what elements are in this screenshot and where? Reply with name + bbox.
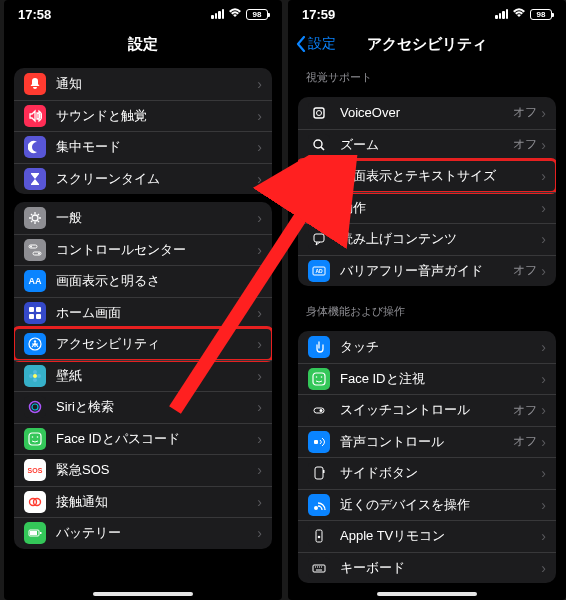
settings-row[interactable]: スイッチコントロールオフ›: [298, 394, 556, 426]
settings-row[interactable]: キーボード›: [298, 552, 556, 584]
settings-row[interactable]: 読み上げコンテンツ›: [298, 223, 556, 255]
section-header-physical: 身体機能および操作: [288, 294, 566, 323]
person-icon: [24, 333, 46, 355]
svg-point-29: [314, 140, 322, 148]
settings-list[interactable]: 通知›サウンドと触覚›集中モード›スクリーンタイム› 一般›コントロールセンター…: [4, 60, 282, 600]
settings-row[interactable]: ホーム画面›: [14, 297, 272, 329]
chevron-right-icon: ›: [541, 339, 546, 355]
chevron-right-icon: ›: [257, 399, 262, 415]
settings-row[interactable]: ADバリアフリー音声ガイドオフ›: [298, 255, 556, 287]
row-label: アクセシビリティ: [56, 335, 257, 353]
accessibility-list[interactable]: 視覚サポート VoiceOverオフ›ズームオフ›AA画面表示とテキストサイズ›…: [288, 60, 566, 600]
row-label: タッチ: [340, 338, 541, 356]
settings-row[interactable]: VoiceOverオフ›: [298, 97, 556, 129]
settings-row[interactable]: タッチ›: [298, 331, 556, 363]
chevron-right-icon: ›: [257, 525, 262, 541]
back-button[interactable]: 設定: [296, 35, 336, 53]
row-value: オフ: [513, 104, 537, 121]
side-icon: [308, 462, 330, 484]
settings-row[interactable]: 動作›: [298, 192, 556, 224]
aa-icon: AA: [24, 270, 46, 292]
settings-row[interactable]: SOS緊急SOS›: [14, 454, 272, 486]
svg-point-28: [317, 110, 322, 115]
face-icon: [308, 368, 330, 390]
chevron-right-icon: ›: [541, 371, 546, 387]
bell-icon: [24, 73, 46, 95]
row-label: Face IDと注視: [340, 370, 541, 388]
svg-rect-41: [314, 440, 318, 444]
phone-settings: 17:58 98 設定 通知›サウンドと触覚›集中モード›スクリーンタイム› 一…: [4, 0, 282, 600]
settings-row[interactable]: ズームオフ›: [298, 129, 556, 161]
svg-rect-6: [29, 307, 34, 312]
svg-point-46: [318, 536, 321, 539]
svg-point-32: [318, 206, 321, 209]
settings-row[interactable]: 接触通知›: [14, 486, 272, 518]
svg-point-18: [32, 404, 38, 410]
row-label: スイッチコントロール: [340, 401, 513, 419]
settings-row[interactable]: Apple TVリモコン›: [298, 520, 556, 552]
settings-row[interactable]: Face IDとパスコード›: [14, 423, 272, 455]
status-time: 17:58: [18, 7, 51, 22]
settings-row[interactable]: 近くのデバイスを操作›: [298, 489, 556, 521]
row-label: Face IDとパスコード: [56, 430, 257, 448]
settings-row[interactable]: AA画面表示とテキストサイズ›: [298, 160, 556, 192]
svg-point-0: [32, 215, 38, 221]
chevron-right-icon: ›: [257, 368, 262, 384]
chevron-right-icon: ›: [257, 431, 262, 447]
home-indicator[interactable]: [93, 592, 193, 596]
nearby-icon: [308, 494, 330, 516]
section-header-vision: 視覚サポート: [288, 60, 566, 89]
group-physical: タッチ›Face IDと注視›スイッチコントロールオフ›音声コントロールオフ›サ…: [298, 331, 556, 583]
flower-icon: [24, 365, 46, 387]
page-title: アクセシビリティ: [367, 35, 487, 54]
row-label: Apple TVリモコン: [340, 527, 541, 545]
nav-header: 設定 アクセシビリティ: [288, 28, 566, 60]
row-label: 一般: [56, 209, 257, 227]
row-label: 動作: [340, 199, 541, 217]
row-label: 通知: [56, 75, 257, 93]
svg-rect-7: [36, 307, 41, 312]
settings-row[interactable]: Face IDと注視›: [298, 363, 556, 395]
row-label: バリアフリー音声ガイド: [340, 262, 513, 280]
settings-row[interactable]: サイドボタン›: [298, 457, 556, 489]
gear-icon: [24, 207, 46, 229]
zoom-icon: [308, 134, 330, 156]
row-label: VoiceOver: [340, 105, 513, 120]
svg-rect-36: [313, 373, 325, 385]
svg-point-20: [32, 436, 34, 438]
row-label: 画面表示とテキストサイズ: [340, 167, 541, 185]
settings-row[interactable]: 通知›: [14, 68, 272, 100]
chevron-right-icon: ›: [257, 210, 262, 226]
row-label: サイドボタン: [340, 464, 541, 482]
svg-rect-47: [313, 565, 325, 572]
row-label: Siriと検索: [56, 398, 257, 416]
settings-row[interactable]: 一般›: [14, 202, 272, 234]
settings-row[interactable]: 音声コントロールオフ›: [298, 426, 556, 458]
svg-point-38: [321, 376, 323, 378]
settings-row[interactable]: アクセシビリティ›: [14, 328, 272, 360]
group-vision: VoiceOverオフ›ズームオフ›AA画面表示とテキストサイズ›動作›読み上げ…: [298, 97, 556, 286]
svg-point-44: [314, 506, 318, 510]
motion-icon: [308, 197, 330, 219]
settings-row[interactable]: サウンドと触覚›: [14, 100, 272, 132]
svg-point-12: [33, 374, 37, 378]
settings-row[interactable]: Siriと検索›: [14, 391, 272, 423]
settings-row[interactable]: 集中モード›: [14, 131, 272, 163]
svg-rect-9: [36, 314, 41, 319]
svg-rect-33: [314, 234, 324, 242]
row-label: 読み上げコンテンツ: [340, 230, 541, 248]
phone-accessibility: 17:59 98 設定 アクセシビリティ 視覚サポート VoiceOverオフ›…: [288, 0, 566, 600]
settings-row[interactable]: コントロールセンター›: [14, 234, 272, 266]
row-value: オフ: [513, 433, 537, 450]
settings-row[interactable]: バッテリー›: [14, 517, 272, 549]
chevron-right-icon: ›: [257, 171, 262, 187]
settings-row[interactable]: AA画面表示と明るさ›: [14, 265, 272, 297]
svg-point-40: [320, 409, 323, 412]
chevron-right-icon: ›: [257, 336, 262, 352]
settings-row[interactable]: 壁紙›: [14, 360, 272, 392]
row-label: 壁紙: [56, 367, 257, 385]
settings-row[interactable]: スクリーンタイム›: [14, 163, 272, 195]
row-value: オフ: [513, 136, 537, 153]
row-label: 緊急SOS: [56, 461, 257, 479]
home-indicator[interactable]: [377, 592, 477, 596]
